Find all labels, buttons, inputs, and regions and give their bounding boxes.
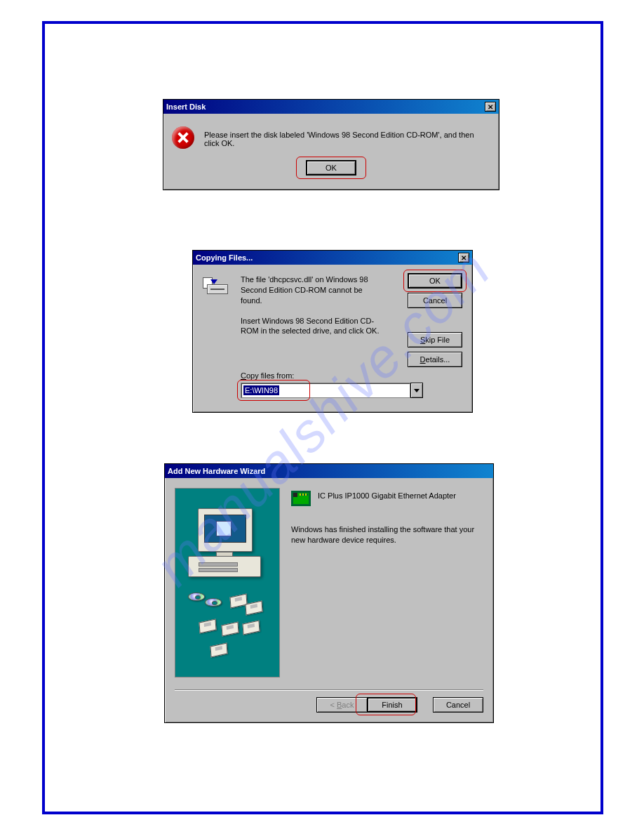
dialog-title: Copying Files... [196, 253, 253, 262]
titlebar[interactable]: Insert Disk ✕ [163, 100, 499, 114]
copy-from-label: Copy files from: [241, 371, 294, 380]
close-icon[interactable]: ✕ [458, 253, 469, 263]
copy-from-value[interactable]: E:\WIN98 [243, 385, 279, 395]
close-icon[interactable]: ✕ [485, 102, 496, 112]
message-line-2: Insert Windows 98 Second Edition CD-ROM … [241, 316, 381, 337]
titlebar[interactable]: Copying Files... ✕ [193, 251, 472, 265]
copy-from-combo[interactable]: E:\WIN98 [241, 383, 423, 398]
titlebar[interactable]: Add New Hardware Wizard [165, 464, 493, 478]
dialog-title: Insert Disk [166, 102, 206, 111]
details-button[interactable]: Details... [408, 352, 462, 367]
copying-files-dialog: Copying Files... ✕ The file 'dhcpcsvc.dl… [192, 250, 473, 413]
ok-button[interactable]: OK [306, 160, 356, 176]
back-button: < Back [316, 697, 367, 713]
message-line-1: The file 'dhcpcsvc.dll' on Windows 98 Se… [241, 274, 381, 306]
dialog-message: The file 'dhcpcsvc.dll' on Windows 98 Se… [241, 274, 381, 346]
skip-file-button[interactable]: Skip File [408, 332, 462, 348]
finish-button[interactable]: Finish [367, 697, 417, 713]
error-icon [172, 126, 194, 149]
insert-disk-dialog: Insert Disk ✕ Please insert the disk lab… [163, 99, 499, 190]
wizard-image [175, 488, 280, 677]
cancel-button[interactable]: Cancel [408, 293, 462, 308]
dialog-message: Please insert the disk labeled 'Windows … [204, 126, 490, 147]
dropdown-button[interactable] [410, 383, 423, 398]
ok-button[interactable]: OK [408, 273, 462, 289]
cancel-button[interactable]: Cancel [433, 697, 483, 713]
hardware-wizard-dialog: Add New Hardware Wizard [164, 463, 494, 723]
page-frame: Insert Disk ✕ Please insert the disk lab… [42, 21, 603, 814]
device-name: IC Plus IP1000 Gigabit Ethernet Adapter [318, 491, 456, 501]
disk-icon [203, 277, 231, 296]
dialog-title: Add New Hardware Wizard [168, 467, 265, 475]
hardware-icon [291, 491, 311, 506]
finished-message: Windows has finished installing the soft… [291, 524, 483, 546]
